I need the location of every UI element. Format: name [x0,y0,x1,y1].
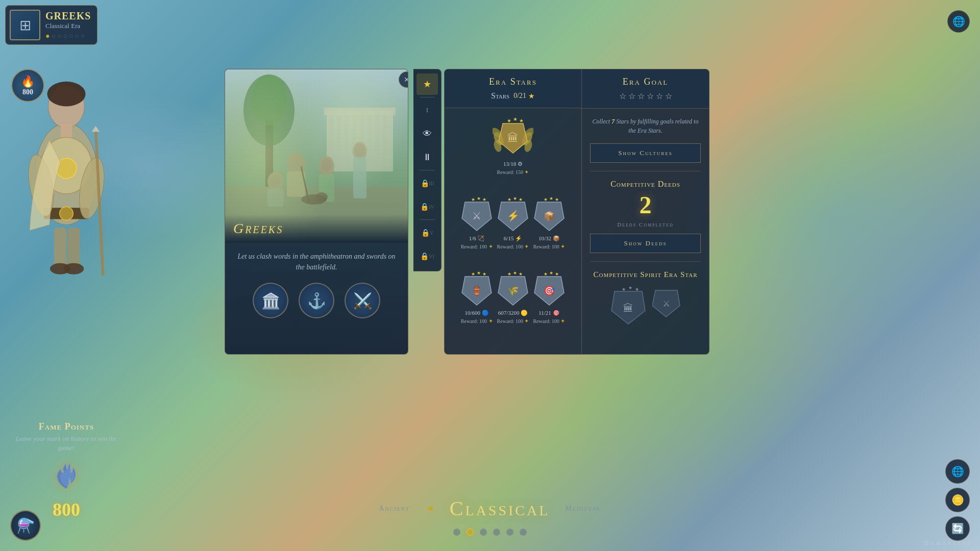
era-dot-0[interactable] [453,529,460,536]
card-icon-2[interactable]: ⚓ [299,283,334,318]
era-dot-4[interactable] [506,529,513,536]
svg-rect-3 [61,124,72,139]
card-icon-1[interactable]: 🏛️ [253,283,288,318]
fame-badge-value: 800 [22,88,33,96]
spirit-badges: 🏛 ★ ★ ★ ⚔ [590,286,701,327]
badge-reward-bot-left: Reward: 100 ✦ [461,318,493,324]
card-description: Let us clash words in the amphitheatron … [233,251,400,272]
svg-rect-25 [375,115,379,171]
svg-text:★: ★ [513,116,518,122]
era-dot-3[interactable] [493,529,500,536]
era-star-6: ○ [75,32,79,40]
shield-bot-left-svg: 🏺 ★ ★ ★ [461,271,493,308]
badge-progress-mid-left: 1/6 🏹 [469,235,485,242]
svg-rect-28 [265,120,273,187]
badge-progress-top: 13/18 ⚙ [503,161,523,167]
nav-sep-2 [420,170,435,170]
era-dot-5[interactable] [520,529,527,536]
badge-reward-mid-right: Reward: 100 ✦ [533,243,565,250]
badge-shield-bot-right: 🎯 ★ ★ ★ [533,271,565,308]
fame-badge: 🔥 800 [11,69,44,102]
svg-marker-15 [92,126,100,132]
nav-sep-1 [420,97,435,97]
svg-text:★: ★ [635,287,639,292]
card-body: Let us clash words in the amphitheatron … [225,243,408,327]
refresh-button[interactable]: 🔄 [945,516,970,541]
nav-item-star[interactable]: ★ [416,73,438,95]
globe-button[interactable]: 🌐 [945,459,970,484]
goal-star-4: ☆ [647,91,654,101]
svg-rect-23 [360,115,364,171]
era-dot-1[interactable] [467,529,474,536]
competitive-spirit-section: Competitive Spirit Era Star 🏛 ★ ★ ★ [590,270,701,327]
svg-text:★: ★ [519,197,523,202]
svg-text:📦: 📦 [544,211,555,222]
svg-rect-11 [67,228,80,267]
era-goal-panel: Era Goal ☆ ☆ ☆ ☆ ☆ ☆ Collect 7 Stars by … [582,69,709,355]
badge-progress-bot-right: 11/21 🎯 [538,310,559,316]
goal-star-3: ☆ [638,91,645,101]
svg-point-37 [322,159,332,171]
shield-mid-center-svg: ⚡ ★ ★ ★ [497,197,529,234]
svg-text:🎯: 🎯 [544,285,555,296]
svg-point-30 [251,74,287,126]
side-nav: ★ I 👁 ⏸ 🔒 III 🔒 IV 🔒 V 🔒 VI [413,69,442,271]
section-divider-1 [590,171,701,171]
svg-rect-20 [337,115,341,171]
era-next[interactable]: Medieval [565,505,601,513]
civ-stars: ● ○ ○ ○ ○ ○ ○ [45,32,91,40]
goal-star-2: ☆ [628,91,635,101]
nav-item-pause[interactable]: ⏸ [416,146,438,168]
potion-button[interactable]: ⚗️ [10,510,41,541]
nav-item-1[interactable]: I [416,99,438,121]
civ-info: Greeks Classical Era ● ○ ○ ○ ○ ○ ○ [45,10,91,40]
svg-rect-26 [383,115,387,171]
svg-point-29 [243,74,295,146]
card-civ-name: Greeks [233,220,400,237]
civ-icon: ⊞ [10,10,40,40]
svg-point-44 [301,194,327,205]
era-prev-arrow[interactable]: ◄ [425,503,434,514]
star-nav-icon: ★ [423,79,431,90]
svg-text:★: ★ [519,271,523,277]
card-title-overlay: Greeks [225,214,408,243]
card-icon-3[interactable]: ⚔️ [345,283,380,318]
stars-needed: 7 [611,118,615,125]
svg-text:🏛: 🏛 [623,303,633,314]
era-prev[interactable]: Ancient [379,505,410,513]
svg-rect-39 [267,189,284,207]
roman-3-label: III [429,181,434,186]
nav-item-eye[interactable]: 👁 [416,123,438,144]
svg-text:★: ★ [477,197,481,201]
era-star-5: ○ [69,32,73,40]
nav-sep-3 [420,219,435,220]
coin-button[interactable]: 🪙 [945,488,970,512]
nav-item-lock-3: 🔒 III [416,172,438,194]
svg-text:★: ★ [549,271,553,276]
laurel-svg: 🏛 ★ ★ ★ [493,113,533,159]
show-deeds-button[interactable]: Show Deeds [590,234,701,253]
era-stars-panel: Era Stars Stars 0/21 ★ [444,69,582,355]
badge-progress-bot-left: 10/600 🔵 [464,310,488,316]
era-dot-2[interactable] [480,529,487,536]
svg-text:⚔: ⚔ [663,299,670,309]
flame-svg [51,461,82,491]
badge-shield-bot-center: 🌾 ★ ★ ★ [497,271,529,308]
achievement-badge-bot-right: 🎯 ★ ★ ★ 11/21 🎯 Reward: 100 ✦ [533,271,565,342]
svg-rect-17 [327,110,393,171]
achievement-badge-top: 🏛 ★ ★ ★ 13/18 ⚙ Reward: 150 ✦ [493,113,533,193]
show-cultures-button[interactable]: Show Cultures [590,143,701,163]
svg-text:★: ★ [482,197,486,202]
svg-line-34 [301,166,309,202]
top-globe-button[interactable]: 🌐 [947,10,970,33]
era-goal-stars: ☆ ☆ ☆ ☆ ☆ ☆ [589,91,702,101]
goal-star-5: ☆ [656,91,663,101]
svg-point-43 [355,143,365,157]
achievement-row-mid: ⚔ ★ ★ ★ 1/6 🏹 Reward: 100 ✦ ⚡ ★ ★ [450,197,576,267]
era-goal-title: Era Goal [589,77,702,87]
era-star-1: ● [45,32,50,40]
competitive-deeds-title: Competitive Deeds [590,180,701,189]
nav-item-lock-5: 🔒 V [416,222,438,243]
card-artwork: Greeks [225,69,408,243]
svg-rect-18 [324,108,396,115]
